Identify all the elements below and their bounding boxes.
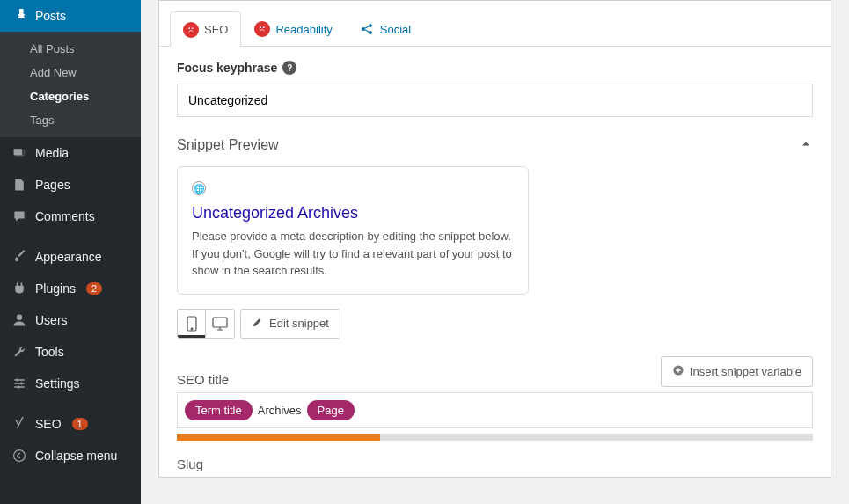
button-label: Edit snippet	[269, 317, 329, 330]
sidebar-item-seo[interactable]: SEO 1	[0, 408, 141, 440]
sidebar-label: Posts	[35, 9, 66, 23]
metabox-tabs: SEO Readability Social	[159, 1, 831, 47]
svg-rect-7	[18, 385, 19, 388]
button-label: Insert snippet variable	[690, 365, 801, 378]
title-text-segment: Archives	[258, 404, 302, 417]
submenu-categories[interactable]: Categories	[0, 84, 141, 108]
chevron-up-icon	[799, 136, 813, 154]
svg-point-9	[188, 27, 190, 29]
svg-rect-5	[17, 378, 18, 381]
seo-title-editor[interactable]: Term title Archives Page	[177, 392, 813, 428]
sidebar-item-posts[interactable]: Posts	[0, 0, 141, 32]
svg-point-12	[263, 26, 265, 28]
seo-title-label: SEO title	[177, 372, 229, 387]
media-icon	[11, 144, 28, 162]
sidebar-label: Tools	[35, 345, 64, 359]
yoast-metabox: SEO Readability Social Focus keyphrase ?…	[158, 0, 831, 478]
tab-social[interactable]: Social	[346, 11, 424, 46]
sidebar-label: Users	[35, 313, 68, 327]
sidebar-label: Media	[35, 146, 69, 160]
main-content: SEO Readability Social Focus keyphrase ?…	[141, 0, 849, 504]
globe-icon: 🌐	[192, 181, 206, 195]
submenu-add-new[interactable]: Add New	[0, 61, 141, 84]
tab-label: Readability	[275, 23, 332, 36]
svg-point-13	[362, 27, 365, 31]
mobile-view-button[interactable]	[178, 310, 206, 338]
sad-face-icon	[183, 22, 199, 38]
svg-point-10	[192, 27, 194, 29]
sidebar-label: Appearance	[35, 250, 102, 264]
seo-title-progress	[177, 434, 813, 441]
svg-point-14	[369, 24, 372, 27]
sad-face-icon	[254, 21, 270, 37]
sidebar-item-tools[interactable]: Tools	[0, 336, 141, 368]
tab-readability[interactable]: Readability	[241, 11, 345, 46]
seo-title-header: SEO title Insert snippet variable	[159, 356, 831, 387]
sidebar-item-pages[interactable]: Pages	[0, 169, 141, 201]
user-icon	[11, 311, 28, 329]
desktop-view-button[interactable]	[206, 310, 234, 338]
sidebar-label: Plugins	[35, 281, 76, 296]
plugin-icon	[11, 280, 28, 297]
svg-rect-0	[14, 149, 23, 155]
snippet-preview-toggle[interactable]: Snippet Preview	[159, 124, 831, 166]
seo-badge: 1	[72, 418, 88, 430]
sidebar-item-media[interactable]: Media	[0, 137, 141, 169]
snippet-controls: Edit snippet	[159, 309, 831, 356]
tab-label: Social	[380, 23, 411, 36]
sidebar-item-appearance[interactable]: Appearance	[0, 241, 141, 273]
wrench-icon	[11, 343, 28, 361]
pages-icon	[11, 176, 28, 194]
admin-sidebar: Posts All Posts Add New Categories Tags …	[0, 0, 141, 504]
svg-point-8	[14, 450, 26, 462]
device-toggle	[177, 309, 235, 339]
plugins-badge: 2	[86, 282, 102, 295]
svg-rect-3	[14, 383, 24, 384]
edit-snippet-button[interactable]: Edit snippet	[240, 309, 340, 339]
slug-label: Slug	[177, 457, 203, 471]
brush-icon	[11, 248, 28, 266]
collapse-icon	[11, 447, 28, 464]
focus-keyphrase-input[interactable]	[177, 84, 813, 117]
settings-icon	[11, 375, 28, 392]
section-title: Snippet Preview	[177, 137, 279, 153]
sidebar-label: SEO	[35, 417, 62, 431]
sidebar-label: Collapse menu	[35, 449, 117, 463]
sidebar-collapse[interactable]: Collapse menu	[0, 440, 141, 471]
sidebar-item-plugins[interactable]: Plugins 2	[0, 273, 141, 304]
sidebar-item-users[interactable]: Users	[0, 304, 141, 336]
sidebar-item-comments[interactable]: Comments	[0, 201, 141, 232]
tab-seo[interactable]: SEO	[170, 11, 241, 47]
sidebar-label: Comments	[35, 209, 95, 223]
progress-fill	[177, 434, 380, 441]
svg-rect-2	[14, 379, 24, 381]
sidebar-item-settings[interactable]: Settings	[0, 368, 141, 399]
tab-label: SEO	[204, 23, 228, 36]
help-icon[interactable]: ?	[282, 61, 296, 75]
snippet-title[interactable]: Uncategorized Archives	[192, 204, 514, 223]
svg-point-1	[17, 315, 22, 320]
submenu-all-posts[interactable]: All Posts	[0, 37, 141, 61]
slug-header: Slug	[159, 457, 831, 471]
svg-point-17	[191, 328, 193, 330]
pushpin-icon	[11, 7, 28, 25]
insert-variable-button[interactable]: Insert snippet variable	[661, 356, 813, 387]
svg-point-15	[369, 31, 372, 34]
pencil-icon	[252, 316, 264, 331]
variable-pill-term-title[interactable]: Term title	[185, 400, 253, 420]
variable-pill-page[interactable]: Page	[307, 400, 355, 420]
comments-icon	[11, 208, 28, 225]
yoast-icon	[11, 415, 28, 433]
snippet-description[interactable]: Please provide a meta description by edi…	[192, 228, 514, 280]
snippet-preview-card: 🌐 Uncategorized Archives Please provide …	[177, 166, 529, 295]
focus-keyphrase-label: Focus keyphrase ?	[177, 61, 813, 75]
focus-keyphrase-section: Focus keyphrase ?	[159, 47, 831, 124]
sidebar-label: Pages	[35, 178, 70, 192]
svg-rect-18	[213, 318, 227, 327]
svg-rect-6	[21, 382, 23, 384]
label-text: Focus keyphrase	[177, 61, 277, 75]
submenu-tags[interactable]: Tags	[0, 108, 141, 132]
posts-submenu: All Posts Add New Categories Tags	[0, 32, 141, 137]
svg-point-11	[260, 26, 262, 28]
plus-circle-icon	[672, 364, 684, 379]
